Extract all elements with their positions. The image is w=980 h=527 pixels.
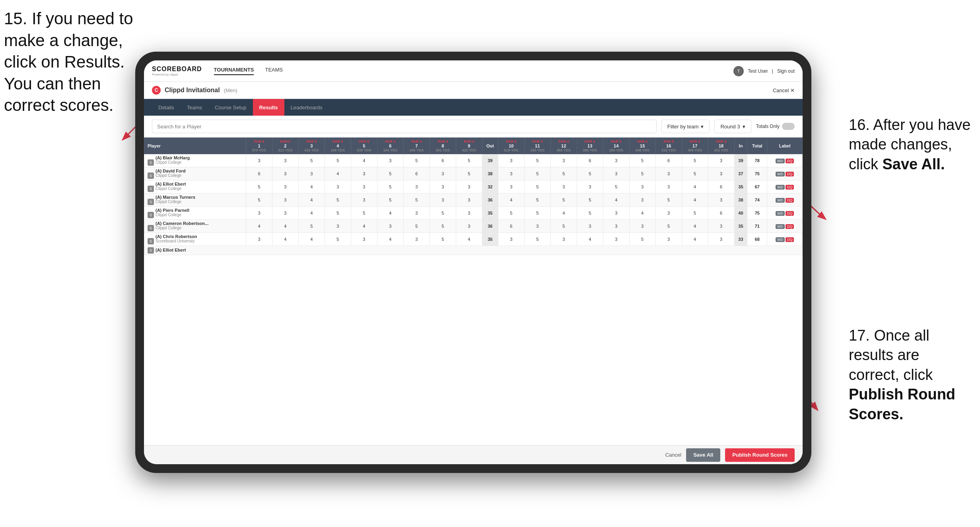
nav-links: TOURNAMENTS TEAMS xyxy=(214,67,734,75)
nav-separator: | xyxy=(772,68,773,74)
tab-course-setup[interactable]: Course Setup xyxy=(208,99,253,116)
cancel-btn[interactable]: Cancel xyxy=(665,452,681,458)
logo: SCOREBOARD Powered by clippd xyxy=(152,66,202,76)
nav-teams[interactable]: TEAMS xyxy=(265,67,283,75)
table-row: S(A) Marcus TurnersClippd College5345355… xyxy=(144,194,803,207)
col-total: Total xyxy=(747,138,767,154)
col-h15: PAR 415448 YDS xyxy=(629,138,655,154)
tournament-icon: C xyxy=(152,86,161,95)
score-table: Player PAR 41370 YDS PAR 52511 YDS PAR 4… xyxy=(144,138,803,255)
instruction-right-bottom: 17. Once all results are correct, click … xyxy=(849,326,972,424)
nav-right: T Test User | Sign out xyxy=(733,66,795,76)
publish-round-scores-btn[interactable]: Publish Round Scores xyxy=(725,448,795,462)
score-table-container[interactable]: Player PAR 41370 YDS PAR 52511 YDS PAR 4… xyxy=(144,138,803,445)
col-h5: PAR 55536 YDS xyxy=(351,138,377,154)
col-h9: PAR 49422 YDS xyxy=(456,138,482,154)
tablet-screen: SCOREBOARD Powered by clippd TOURNAMENTS… xyxy=(144,60,803,464)
col-h13: PAR 413385 YDS xyxy=(577,138,603,154)
col-out: Out xyxy=(482,138,498,154)
col-h16: PAR 516510 YDS xyxy=(655,138,682,154)
user-name: Test User xyxy=(748,68,768,74)
col-h11: PAR 311180 YDS xyxy=(524,138,550,154)
col-in: In xyxy=(734,138,747,154)
save-all-btn[interactable]: Save All xyxy=(686,448,720,462)
tab-teams[interactable]: Teams xyxy=(181,99,208,116)
col-h7: PAR 47445 YDS xyxy=(403,138,430,154)
table-row: S(A) Elliot EbertClippd College534335333… xyxy=(144,180,803,194)
col-h2: PAR 52511 YDS xyxy=(272,138,298,154)
col-h17: PAR 417409 YDS xyxy=(682,138,708,154)
col-h12: PAR 412486 YDS xyxy=(550,138,577,154)
logo-powered: Powered by clippd xyxy=(152,73,202,76)
tab-bar: Details Teams Course Setup Results Leade… xyxy=(144,99,803,116)
tournament-title-row: C Clippd Invitational (Men) xyxy=(152,86,237,95)
col-label: Label xyxy=(767,138,803,154)
totals-only-toggle[interactable]: Totals Only xyxy=(756,123,795,130)
col-h8: PAR 48391 YDS xyxy=(430,138,456,154)
tournament-name: Clippd Invitational xyxy=(165,87,220,94)
col-h1: PAR 41370 YDS xyxy=(246,138,272,154)
filter-row: Filter by team ▾ Round 3 ▾ Totals Only xyxy=(144,116,803,138)
user-avatar: T xyxy=(733,66,744,76)
filter-team-btn[interactable]: Filter by team ▾ xyxy=(661,120,710,133)
instruction-right-top: 16. After you have made changes, click S… xyxy=(849,115,972,174)
col-h10: PAR 510519 YDS xyxy=(498,138,524,154)
tab-results[interactable]: Results xyxy=(253,99,284,116)
cancel-tournament-btn[interactable]: Cancel ✕ xyxy=(773,87,795,93)
col-h3: PAR 43433 YDS xyxy=(298,138,325,154)
table-row: S(A) Elliot Ebert xyxy=(144,246,803,255)
toggle-switch[interactable] xyxy=(782,123,795,130)
tournament-header: C Clippd Invitational (Men) Cancel ✕ xyxy=(144,82,803,99)
table-row: S(A) Blair McHargClippd College335543565… xyxy=(144,154,803,167)
col-h6: PAR 36194 YDS xyxy=(377,138,403,154)
nav-tournaments[interactable]: TOURNAMENTS xyxy=(214,67,254,75)
round-selector-btn[interactable]: Round 3 ▾ xyxy=(714,120,751,133)
table-row: S(A) Chris RobertsonScoreboard Universit… xyxy=(144,233,803,246)
search-input[interactable] xyxy=(152,120,657,133)
tournament-gender: (Men) xyxy=(224,87,237,93)
table-row: S(A) Piers ParnellClippd College33455435… xyxy=(144,207,803,220)
col-player: Player xyxy=(144,138,246,154)
tab-leaderboards[interactable]: Leaderboards xyxy=(284,99,329,116)
bottom-bar: Cancel Save All Publish Round Scores xyxy=(144,445,803,464)
tablet: SCOREBOARD Powered by clippd TOURNAMENTS… xyxy=(135,52,811,473)
col-h18: PAR 418422 YDS xyxy=(708,138,734,154)
col-h14: PAR 314183 YDS xyxy=(603,138,629,154)
col-h4: PAR 34166 YDS xyxy=(325,138,351,154)
logo-scoreboard: SCOREBOARD xyxy=(152,66,202,73)
table-row: S(A) Cameron Robertson...Clippd College4… xyxy=(144,220,803,233)
sign-out[interactable]: Sign out xyxy=(777,68,795,74)
table-row: S(A) David FordClippd College63343563538… xyxy=(144,167,803,180)
nav-bar: SCOREBOARD Powered by clippd TOURNAMENTS… xyxy=(144,60,803,82)
tab-details[interactable]: Details xyxy=(152,99,181,116)
